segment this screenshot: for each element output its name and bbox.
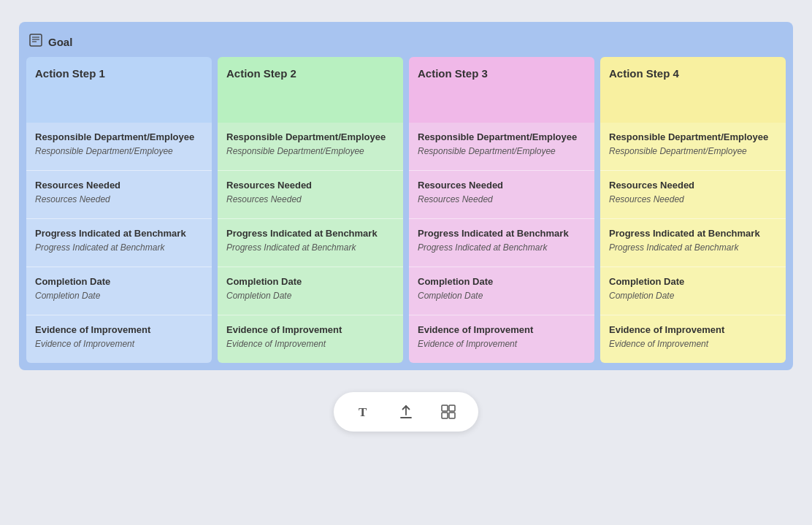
col1-progress-section: Progress Indicated at Benchmark Progress… bbox=[26, 218, 212, 267]
col2-evidence-section: Evidence of Improvement Evidence of Impr… bbox=[218, 315, 403, 363]
col1-responsible-section: Responsible Department/Employee Responsi… bbox=[26, 123, 212, 170]
col3-completion-section: Completion Date Completion Date bbox=[409, 267, 594, 315]
col2-completion-section: Completion Date Completion Date bbox=[218, 267, 403, 315]
col2-responsible-label: Responsible Department/Employee bbox=[226, 131, 394, 142]
bottom-toolbar: T bbox=[334, 392, 478, 432]
action-step-3-body: Responsible Department/Employee Responsi… bbox=[409, 123, 594, 363]
svg-text:T: T bbox=[359, 405, 367, 419]
action-step-4-header: Action Step 4 bbox=[600, 57, 786, 123]
col4-evidence-value: Evidence of Improvement bbox=[609, 338, 777, 353]
col3-progress-value: Progress Indicated at Benchmark bbox=[418, 242, 586, 256]
col4-completion-value: Completion Date bbox=[609, 290, 777, 304]
col1-resources-value: Resources Needed bbox=[35, 193, 203, 208]
text-tool-button[interactable]: T bbox=[351, 399, 376, 424]
col1-completion-label: Completion Date bbox=[35, 276, 203, 287]
col2-resources-label: Resources Needed bbox=[226, 180, 394, 191]
action-step-2-title: Action Step 2 bbox=[226, 67, 296, 80]
col3-resources-label: Resources Needed bbox=[418, 180, 586, 191]
col2-completion-label: Completion Date bbox=[226, 276, 394, 287]
col2-evidence-value: Evidence of Improvement bbox=[226, 338, 394, 353]
col1-progress-value: Progress Indicated at Benchmark bbox=[35, 242, 203, 256]
col2-resources-section: Resources Needed Resources Needed bbox=[218, 170, 403, 218]
col3-responsible-value: Responsible Department/Employee bbox=[418, 145, 586, 160]
col3-progress-section: Progress Indicated at Benchmark Progress… bbox=[409, 218, 594, 267]
grid-icon bbox=[440, 404, 456, 420]
col3-responsible-section: Responsible Department/Employee Responsi… bbox=[409, 123, 594, 170]
goal-header: Goal bbox=[26, 29, 786, 57]
column-4: Action Step 4 Responsible Department/Emp… bbox=[600, 57, 786, 363]
col1-responsible-label: Responsible Department/Employee bbox=[35, 131, 203, 142]
col4-responsible-label: Responsible Department/Employee bbox=[609, 131, 777, 142]
col1-evidence-label: Evidence of Improvement bbox=[35, 324, 203, 335]
col1-resources-section: Resources Needed Resources Needed bbox=[26, 170, 212, 218]
col4-resources-section: Resources Needed Resources Needed bbox=[600, 170, 786, 218]
col1-completion-section: Completion Date Completion Date bbox=[26, 267, 212, 315]
goal-icon bbox=[29, 34, 42, 50]
col4-completion-section: Completion Date Completion Date bbox=[600, 267, 786, 315]
action-step-1-title: Action Step 1 bbox=[35, 67, 105, 80]
col4-progress-section: Progress Indicated at Benchmark Progress… bbox=[600, 218, 786, 267]
col2-progress-label: Progress Indicated at Benchmark bbox=[226, 228, 394, 239]
svg-rect-10 bbox=[449, 413, 455, 418]
action-step-2-body: Responsible Department/Employee Responsi… bbox=[218, 123, 403, 363]
col1-completion-value: Completion Date bbox=[35, 290, 203, 304]
action-step-4-title: Action Step 4 bbox=[609, 67, 679, 80]
action-step-1-header: Action Step 1 bbox=[26, 57, 212, 123]
col4-resources-value: Resources Needed bbox=[609, 193, 777, 208]
column-2: Action Step 2 Responsible Department/Emp… bbox=[218, 57, 403, 363]
col1-responsible-value: Responsible Department/Employee bbox=[35, 145, 203, 160]
action-step-1-body: Responsible Department/Employee Responsi… bbox=[26, 123, 212, 363]
col4-responsible-value: Responsible Department/Employee bbox=[609, 145, 777, 160]
col3-completion-value: Completion Date bbox=[418, 290, 586, 304]
col2-responsible-value: Responsible Department/Employee bbox=[226, 145, 394, 160]
svg-rect-9 bbox=[442, 413, 448, 418]
main-container: Goal Action Step 1 Responsible Departmen… bbox=[19, 22, 793, 370]
column-3: Action Step 3 Responsible Department/Emp… bbox=[409, 57, 594, 363]
action-step-2-header: Action Step 2 bbox=[218, 57, 403, 123]
col1-evidence-section: Evidence of Improvement Evidence of Impr… bbox=[26, 315, 212, 363]
col3-evidence-section: Evidence of Improvement Evidence of Impr… bbox=[409, 315, 594, 363]
svg-rect-0 bbox=[30, 34, 42, 46]
column-1: Action Step 1 Responsible Department/Emp… bbox=[26, 57, 212, 363]
upload-button[interactable] bbox=[394, 399, 418, 424]
col1-progress-label: Progress Indicated at Benchmark bbox=[35, 228, 203, 239]
col3-evidence-value: Evidence of Improvement bbox=[418, 338, 586, 353]
col3-responsible-label: Responsible Department/Employee bbox=[418, 131, 586, 142]
col4-progress-label: Progress Indicated at Benchmark bbox=[609, 228, 777, 239]
col2-responsible-section: Responsible Department/Employee Responsi… bbox=[218, 123, 403, 170]
svg-rect-7 bbox=[442, 405, 448, 411]
col3-evidence-label: Evidence of Improvement bbox=[418, 324, 586, 335]
col1-evidence-value: Evidence of Improvement bbox=[35, 338, 203, 353]
col2-resources-value: Resources Needed bbox=[226, 193, 394, 208]
col1-resources-label: Resources Needed bbox=[35, 180, 203, 191]
action-step-3-title: Action Step 3 bbox=[418, 67, 488, 80]
col3-completion-label: Completion Date bbox=[418, 276, 586, 287]
col2-progress-section: Progress Indicated at Benchmark Progress… bbox=[218, 218, 403, 267]
col2-evidence-label: Evidence of Improvement bbox=[226, 324, 394, 335]
grid-tool-button[interactable] bbox=[436, 399, 461, 424]
col4-evidence-section: Evidence of Improvement Evidence of Impr… bbox=[600, 315, 786, 363]
col4-resources-label: Resources Needed bbox=[609, 180, 777, 191]
col4-completion-label: Completion Date bbox=[609, 276, 777, 287]
upload-icon bbox=[398, 404, 414, 420]
col4-responsible-section: Responsible Department/Employee Responsi… bbox=[600, 123, 786, 170]
action-step-4-body: Responsible Department/Employee Responsi… bbox=[600, 123, 786, 363]
col3-progress-label: Progress Indicated at Benchmark bbox=[418, 228, 586, 239]
columns-grid: Action Step 1 Responsible Department/Emp… bbox=[26, 57, 786, 363]
col4-progress-value: Progress Indicated at Benchmark bbox=[609, 242, 777, 256]
col3-resources-section: Resources Needed Resources Needed bbox=[409, 170, 594, 218]
col4-evidence-label: Evidence of Improvement bbox=[609, 324, 777, 335]
text-icon: T bbox=[356, 404, 372, 420]
col3-resources-value: Resources Needed bbox=[418, 193, 586, 208]
col2-completion-value: Completion Date bbox=[226, 290, 394, 304]
goal-label: Goal bbox=[48, 36, 72, 48]
action-step-3-header: Action Step 3 bbox=[409, 57, 594, 123]
col2-progress-value: Progress Indicated at Benchmark bbox=[226, 242, 394, 256]
svg-rect-8 bbox=[449, 405, 455, 411]
